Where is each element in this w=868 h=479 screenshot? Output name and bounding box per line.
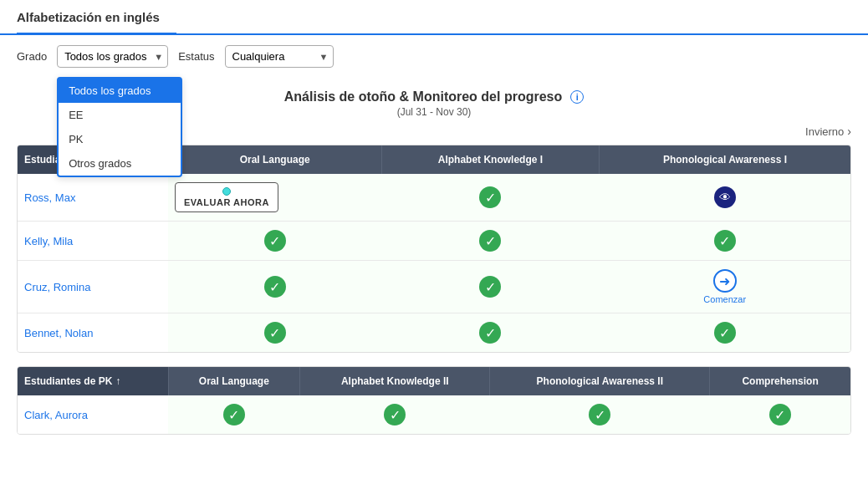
pk-header-label: Estudiantes de PK: [24, 375, 112, 387]
status-label: Estatus: [178, 50, 214, 63]
pk-sort-arrow[interactable]: ↑: [115, 375, 120, 387]
eye-icon[interactable]: 👁: [714, 186, 736, 208]
clark-phonological-ii-cell: ✓: [490, 395, 710, 434]
grade-option-pk[interactable]: PK: [59, 127, 181, 151]
check-icon: ✓: [264, 230, 286, 252]
pk-table: Estudiantes de PK ↑ Oral Language Alphab…: [18, 367, 850, 434]
cruz-oral-cell: ✓: [168, 261, 381, 313]
student-link-clark[interactable]: Clark, Aurora: [24, 409, 88, 421]
student-name-cell: Clark, Aurora: [18, 395, 168, 434]
ee-col-alphabet-i: Alphabet Knowledge I: [381, 145, 599, 174]
winter-nav-button[interactable]: Invierno ›: [805, 125, 851, 138]
check-icon: ✓: [264, 276, 286, 298]
bennet-phonological-i-cell: ✓: [599, 313, 850, 353]
student-link-cruz[interactable]: Cruz, Romina: [24, 281, 90, 293]
comenzar-label[interactable]: Comenzar: [703, 294, 746, 304]
pk-col-phonological-ii: Phonological Awareness II: [490, 367, 710, 395]
table-row: Bennet, Nolan ✓ ✓ ✓: [18, 313, 850, 353]
clark-alphabet-ii-cell: ✓: [300, 395, 490, 434]
kelly-oral-cell: ✓: [168, 222, 381, 261]
check-icon: ✓: [479, 230, 501, 252]
ee-col-phonological-i: Phonological Awareness I: [599, 145, 850, 174]
pk-col-comprehension: Comprehension: [710, 367, 850, 395]
comenzar-wrapper: ➜ Comenzar: [605, 269, 844, 304]
page-header: Alfabetización en inglés: [0, 0, 868, 35]
clark-comprehension-cell: ✓: [710, 395, 850, 434]
pk-table-wrapper: Estudiantes de PK ↑ Oral Language Alphab…: [17, 366, 851, 435]
check-icon: ✓: [264, 322, 286, 344]
status-select-wrapper[interactable]: Cualquiera ▼: [225, 45, 334, 68]
student-name-cell: Ross, Max: [18, 174, 168, 222]
ross-phonological-i-cell: 👁: [599, 174, 850, 222]
filters-bar: Grado Todos los grados EE PK Otros grado…: [0, 35, 868, 78]
check-icon: ✓: [384, 404, 406, 425]
check-icon: ✓: [479, 276, 501, 298]
evaluar-label: EVALUAR AHORA: [184, 197, 269, 207]
student-name-cell: Cruz, Romina: [18, 261, 168, 313]
ross-oral-cell: EVALUAR AHORA: [168, 174, 381, 222]
check-icon: ✓: [714, 322, 736, 344]
grade-select[interactable]: Todos los grados EE PK Otros grados: [57, 45, 168, 68]
bennet-alphabet-i-cell: ✓: [381, 313, 599, 353]
status-select[interactable]: Cualquiera: [225, 45, 334, 68]
table-row: Cruz, Romina ✓ ✓ ➜ Comenzar: [18, 261, 850, 313]
analysis-title: Análisis de otoño & Monitoreo del progre…: [284, 89, 562, 104]
student-name-cell: Kelly, Mila: [18, 222, 168, 261]
evaluar-ahora-button[interactable]: EVALUAR AHORA: [175, 182, 278, 212]
grade-dropdown: Todos los grados EE PK Otros grados: [57, 77, 182, 177]
winter-chevron: ›: [847, 125, 851, 138]
cruz-alphabet-i-cell: ✓: [381, 261, 599, 313]
kelly-phonological-i-cell: ✓: [599, 222, 850, 261]
page-title: Alfabetización en inglés: [17, 10, 176, 35]
ross-alphabet-i-cell: ✓: [381, 174, 599, 222]
evaluar-dot: [222, 187, 231, 196]
student-link-kelly[interactable]: Kelly, Mila: [24, 235, 73, 247]
grade-select-wrapper[interactable]: Todos los grados EE PK Otros grados ▼ To…: [57, 45, 168, 68]
check-icon: ✓: [479, 322, 501, 344]
student-link-bennet[interactable]: Bennet, Nolan: [24, 327, 93, 339]
check-icon: ✓: [714, 230, 736, 252]
grade-label: Grado: [17, 50, 47, 63]
kelly-alphabet-i-cell: ✓: [381, 222, 599, 261]
ee-col-oral-language: Oral Language: [168, 145, 381, 174]
check-icon: ✓: [769, 404, 791, 425]
check-icon: ✓: [589, 404, 610, 425]
cruz-phonological-i-cell: ➜ Comenzar: [599, 261, 850, 313]
comenzar-button[interactable]: ➜: [713, 269, 737, 293]
info-icon[interactable]: i: [570, 90, 584, 104]
pk-col-alphabet-ii: Alphabet Knowledge II: [300, 367, 490, 395]
check-icon: ✓: [479, 186, 501, 208]
winter-label: Invierno: [805, 125, 844, 138]
check-icon: ✓: [223, 404, 245, 425]
table-row: Clark, Aurora ✓ ✓ ✓ ✓: [18, 395, 850, 434]
pk-col-oral-language: Oral Language: [168, 367, 300, 395]
table-row: Ross, Max EVALUAR AHORA ✓ 👁: [18, 174, 850, 222]
pk-col-header-students: Estudiantes de PK ↑: [18, 367, 168, 395]
student-link-ross[interactable]: Ross, Max: [24, 191, 75, 204]
grade-option-otros[interactable]: Otros grados: [59, 151, 181, 176]
student-name-cell: Bennet, Nolan: [18, 313, 168, 353]
grade-option-todos[interactable]: Todos los grados: [59, 79, 181, 103]
table-row: Kelly, Mila ✓ ✓ ✓: [18, 222, 850, 261]
clark-oral-cell: ✓: [168, 395, 300, 434]
grade-option-ee[interactable]: EE: [59, 103, 181, 127]
bennet-oral-cell: ✓: [168, 313, 381, 353]
